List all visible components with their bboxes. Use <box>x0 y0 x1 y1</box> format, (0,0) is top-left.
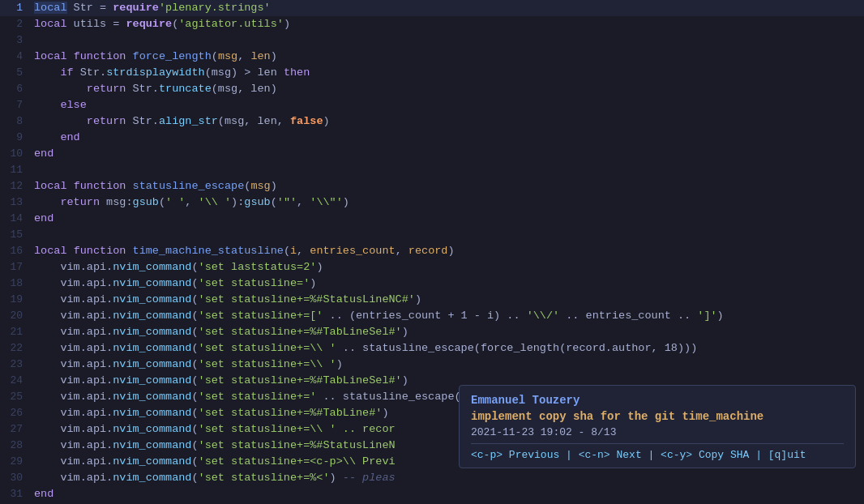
line-content: return Str.truncate(msg, len) <box>31 81 864 97</box>
line-content: local function time_machine_statusline(i… <box>31 243 864 259</box>
code-line-14: 14end <box>0 211 864 227</box>
line-number: 25 <box>0 389 31 405</box>
line-number: 19 <box>0 292 31 308</box>
line-number: 15 <box>0 227 31 243</box>
line-content: if Str.strdisplaywidth(msg) > len then <box>31 65 864 81</box>
line-content: end <box>31 146 864 162</box>
line-number: 29 <box>0 454 31 470</box>
code-line-23: 23 vim.api.nvim_command('set statusline+… <box>0 357 864 373</box>
editor: 1local Str = require'plenary.strings'2lo… <box>0 0 864 504</box>
popup-tooltip: Emmanuel Touzery implement copy sha for … <box>459 385 856 468</box>
code-line-5: 5 if Str.strdisplaywidth(msg) > len then <box>0 65 864 81</box>
code-line-15: 15 <box>0 227 864 243</box>
line-content: return Str.align_str(msg, len, false) <box>31 113 864 130</box>
line-content: end <box>31 130 864 146</box>
code-line-12: 12local function statusline_escape(msg) <box>0 178 864 194</box>
line-content: end <box>31 486 864 502</box>
line-content: local Str = require'plenary.strings' <box>31 0 864 16</box>
line-content: vim.api.nvim_command('set statusline+=%<… <box>31 470 864 486</box>
line-number: 31 <box>0 486 31 502</box>
popup-message: implement copy sha for the git time_mach… <box>471 410 844 423</box>
line-number: 9 <box>0 130 31 146</box>
cmd-next-label: Next | <box>616 449 661 461</box>
code-line-31: 31end <box>0 486 864 502</box>
line-content <box>31 32 864 49</box>
line-content: vim.api.nvim_command('set laststatus=2') <box>31 259 864 275</box>
line-content: else <box>31 97 864 113</box>
code-line-10: 10end <box>0 146 864 162</box>
line-number: 17 <box>0 259 31 275</box>
line-content: vim.api.nvim_command('set statusline+=['… <box>31 308 864 324</box>
line-number: 30 <box>0 470 31 486</box>
line-content: vim.api.nvim_command('set statusline=') <box>31 275 864 292</box>
code-line-18: 18 vim.api.nvim_command('set statusline=… <box>0 275 864 292</box>
line-number: 12 <box>0 178 31 194</box>
line-number: 1 <box>0 0 31 16</box>
line-number: 5 <box>0 65 31 81</box>
cmd-sha-label: Copy SHA | [q]uit <box>699 449 806 461</box>
line-number: 16 <box>0 243 31 259</box>
cmd-prev-label: Previous | <box>509 449 579 461</box>
line-content: local utils = require('agitator.utils') <box>31 16 864 32</box>
code-line-22: 22 vim.api.nvim_command('set statusline+… <box>0 340 864 357</box>
line-content: vim.api.nvim_command('set statusline+=\\… <box>31 357 864 373</box>
popup-author: Emmanuel Touzery <box>471 394 844 407</box>
line-content <box>31 227 864 243</box>
line-number: 20 <box>0 308 31 324</box>
code-line-16: 16local function time_machine_statusline… <box>0 243 864 259</box>
code-line-6: 6 return Str.truncate(msg, len) <box>0 81 864 97</box>
code-line-4: 4local function force_length(msg, len) <box>0 49 864 65</box>
line-number: 8 <box>0 113 31 130</box>
line-number: 2 <box>0 16 31 32</box>
line-content: vim.api.nvim_command('set statusline+=\\… <box>31 340 864 357</box>
line-content: return msg:gsub(' ', '\\ '):gsub('"', '\… <box>31 194 864 211</box>
cmd-prev-key: <c-p> <box>471 449 503 461</box>
line-number: 11 <box>0 162 31 178</box>
code-line-7: 7 else <box>0 97 864 113</box>
line-number: 13 <box>0 194 31 211</box>
line-number: 10 <box>0 146 31 162</box>
code-line-17: 17 vim.api.nvim_command('set laststatus=… <box>0 259 864 275</box>
line-number: 24 <box>0 373 31 389</box>
code-line-2: 2local utils = require('agitator.utils') <box>0 16 864 32</box>
line-number: 26 <box>0 405 31 421</box>
code-line-3: 3 <box>0 32 864 49</box>
popup-commands: <c-p> Previous | <c-n> Next | <c-y> Copy… <box>471 443 844 461</box>
line-number: 28 <box>0 438 31 454</box>
cmd-sha-key: <c-y> <box>661 449 692 461</box>
line-content: local function force_length(msg, len) <box>31 49 864 65</box>
line-number: 6 <box>0 81 31 97</box>
line-number: 3 <box>0 32 31 49</box>
line-number: 27 <box>0 421 31 438</box>
line-content <box>31 162 864 178</box>
line-number: 18 <box>0 275 31 292</box>
code-line-30: 30 vim.api.nvim_command('set statusline+… <box>0 470 864 486</box>
code-line-1: 1local Str = require'plenary.strings' <box>0 0 864 16</box>
code-line-21: 21 vim.api.nvim_command('set statusline+… <box>0 324 864 340</box>
code-line-8: 8 return Str.align_str(msg, len, false) <box>0 113 864 130</box>
line-number: 22 <box>0 340 31 357</box>
code-line-13: 13 return msg:gsub(' ', '\\ '):gsub('"',… <box>0 194 864 211</box>
code-line-20: 20 vim.api.nvim_command('set statusline+… <box>0 308 864 324</box>
line-number: 7 <box>0 97 31 113</box>
cmd-next-key: <c-n> <box>579 449 610 461</box>
line-content: vim.api.nvim_command('set statusline+=%#… <box>31 324 864 340</box>
code-line-9: 9 end <box>0 130 864 146</box>
line-number: 4 <box>0 49 31 65</box>
code-line-11: 11 <box>0 162 864 178</box>
line-content: end <box>31 211 864 227</box>
line-content: local function statusline_escape(msg) <box>31 178 864 194</box>
popup-date: 2021-11-23 19:02 - 8/13 <box>471 426 844 438</box>
line-number: 14 <box>0 211 31 227</box>
line-number: 21 <box>0 324 31 340</box>
line-number: 23 <box>0 357 31 373</box>
line-content: vim.api.nvim_command('set statusline+=%#… <box>31 292 864 308</box>
code-line-19: 19 vim.api.nvim_command('set statusline+… <box>0 292 864 308</box>
